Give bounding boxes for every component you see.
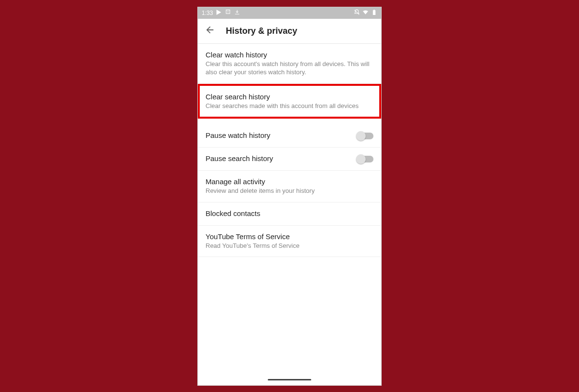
item-subtitle: Read YouTube's Terms of Service — [206, 242, 373, 250]
update-icon — [225, 9, 231, 17]
item-subtitle: Clear searches made with this account fr… — [206, 102, 373, 110]
manage-all-activity-item[interactable]: Manage all activity Review and delete it… — [198, 171, 381, 203]
item-title: YouTube Terms of Service — [206, 232, 373, 241]
clear-watch-history-item[interactable]: Clear watch history Clear this account's… — [198, 44, 381, 84]
item-title: Pause watch history — [206, 131, 351, 139]
terms-of-service-item[interactable]: YouTube Terms of Service Read YouTube's … — [198, 226, 381, 257]
status-time: 1:33 — [202, 10, 213, 16]
battery-icon — [371, 9, 377, 17]
clear-search-history-item[interactable]: Clear search history Clear searches made… — [198, 84, 381, 119]
dnd-icon — [354, 9, 360, 17]
item-title: Clear watch history — [206, 51, 373, 59]
item-title: Blocked contacts — [206, 209, 373, 217]
pause-watch-toggle[interactable] — [357, 133, 373, 139]
item-subtitle: Review and delete items in your history — [206, 187, 373, 195]
gesture-nav-bar[interactable] — [198, 375, 381, 385]
blocked-contacts-item[interactable]: Blocked contacts — [198, 203, 381, 226]
item-title: Pause search history — [206, 154, 351, 162]
play-store-icon — [216, 9, 222, 17]
item-title: Manage all activity — [206, 177, 373, 186]
item-title: Clear search history — [206, 93, 373, 101]
pause-watch-history-item[interactable]: Pause watch history — [198, 124, 381, 148]
download-icon — [234, 9, 240, 17]
item-subtitle: Clear this account's watch history from … — [206, 60, 373, 77]
phone-screen: 1:33 History & privacy Clear watch histo… — [198, 7, 381, 385]
back-button[interactable] — [205, 25, 215, 37]
app-bar: History & privacy — [198, 19, 381, 44]
home-indicator — [268, 379, 311, 380]
status-bar: 1:33 — [198, 7, 381, 19]
pause-search-history-item[interactable]: Pause search history — [198, 148, 381, 171]
pause-search-toggle[interactable] — [357, 156, 373, 162]
settings-list: Clear watch history Clear this account's… — [198, 44, 381, 375]
wifi-icon — [362, 9, 369, 17]
page-title: History & privacy — [226, 26, 297, 36]
